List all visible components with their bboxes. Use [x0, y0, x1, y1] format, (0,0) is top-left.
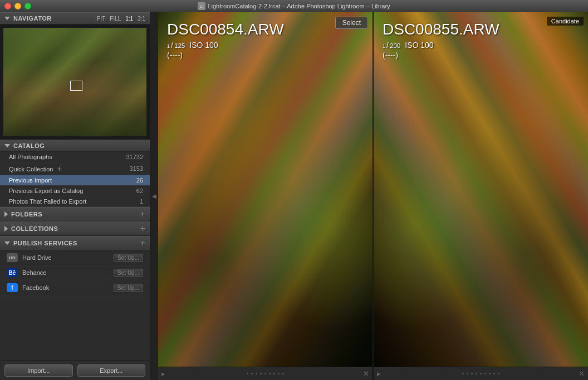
minimize-button[interactable]	[14, 3, 21, 9]
catalog-all-photographs-label: All Photographs	[9, 154, 121, 160]
right-filmstrip-dot-7	[489, 373, 491, 374]
app-icon: Lr	[198, 2, 205, 10]
candidate-label[interactable]: Candidate	[547, 17, 584, 26]
sidebar-edge-handle[interactable]: ◀	[150, 12, 158, 380]
collapse-arrow-icon: ◀	[151, 193, 158, 199]
right-filmstrip-dot-9	[498, 373, 499, 374]
filmstrip-dot-5	[264, 373, 266, 374]
sidebar: Navigator FIT FILL 1:1 3:1 Catalog	[0, 12, 150, 380]
navigator-view-controls: FIT FILL 1:1 3:1	[97, 16, 145, 22]
maximize-button[interactable]	[24, 3, 31, 9]
right-filename: DSC00855.ARW	[383, 21, 499, 38]
content-area: Select DSC00854.ARW 1 /125 ISO 100 (----…	[158, 12, 588, 380]
collections-header[interactable]: Collections +	[0, 221, 150, 236]
left-filmstrip-close-left[interactable]: ▸	[161, 369, 165, 378]
publish-services-add-button[interactable]: +	[140, 239, 145, 248]
filmstrip-dot-3	[256, 373, 257, 374]
folders-title: Folders	[11, 211, 140, 218]
left-shutter-num: 1	[167, 43, 170, 49]
publish-services-section: Publish Services + HD Hard Drive Set Up.…	[0, 236, 150, 295]
filmstrip-dot-1	[247, 373, 248, 374]
behance-icon: Bē	[7, 268, 18, 277]
navigator-collapse-icon	[4, 17, 10, 20]
compare-area: Select DSC00854.ARW 1 /125 ISO 100 (----…	[158, 12, 588, 367]
right-meta: 1 /200 ISO 100	[383, 41, 499, 50]
publish-services-title: Publish Services	[13, 240, 140, 246]
harddrive-setup-button[interactable]: Set Up...	[114, 254, 143, 262]
compare-image-right	[374, 12, 588, 367]
publish-item-harddrive[interactable]: HD Hard Drive Set Up...	[0, 250, 150, 265]
collections-section: Collections +	[0, 221, 150, 236]
folders-header[interactable]: Folders +	[0, 207, 150, 221]
compare-panel-right: Candidate DSC00855.ARW 1 /200 ISO 100 (-…	[373, 12, 588, 367]
nav-3-1-btn[interactable]: 3:1	[138, 16, 145, 22]
folders-section: Folders +	[0, 207, 150, 221]
catalog-failed-export-label: Photos That Failed to Export	[9, 198, 135, 205]
left-rating: (----)	[167, 51, 284, 60]
nav-fill-btn[interactable]: FILL	[110, 16, 121, 22]
export-button[interactable]: Export...	[77, 364, 146, 377]
publish-services-header[interactable]: Publish Services +	[0, 236, 150, 250]
right-filmstrip-dot-8	[493, 373, 495, 374]
publish-item-behance[interactable]: Bē Behance Set Up...	[0, 265, 150, 280]
navigator-header[interactable]: Navigator FIT FILL 1:1 3:1	[0, 12, 150, 24]
photo-info-right: DSC00855.ARW 1 /200 ISO 100 (----)	[383, 21, 499, 60]
publish-item-facebook[interactable]: f Facebook Set Up...	[0, 280, 150, 295]
right-filmstrip-dot-3	[471, 373, 473, 374]
right-filmstrip-dot-4	[476, 373, 477, 374]
collections-add-button[interactable]: +	[140, 224, 145, 233]
catalog-collapse-icon	[4, 144, 10, 147]
right-filmstrip-dot-6	[484, 373, 486, 374]
navigator-section: Navigator FIT FILL 1:1 3:1	[0, 12, 150, 140]
catalog-previous-import[interactable]: Previous Import 26	[0, 175, 150, 186]
catalog-previous-export-label: Previous Export as Catalog	[9, 187, 132, 194]
left-shutter-den: 125	[174, 42, 185, 49]
harddrive-icon: HD	[7, 253, 18, 262]
publish-collapse-icon	[4, 241, 10, 245]
right-panel-filmstrip: ▸ ✕	[374, 367, 588, 380]
facebook-setup-button[interactable]: Set Up...	[114, 284, 143, 292]
window-controls[interactable]	[4, 3, 31, 9]
right-shutter-den: 200	[390, 42, 400, 49]
facebook-icon: f	[7, 283, 18, 292]
compare-panel-left: Select DSC00854.ARW 1 /125 ISO 100 (----…	[158, 12, 373, 367]
filmstrip-dot-9	[282, 373, 284, 374]
nav-1-1-btn[interactable]: 1:1	[125, 16, 133, 22]
navigator-title: Navigator	[13, 15, 97, 22]
left-panel-filmstrip: ▸ ✕	[158, 367, 374, 380]
publish-facebook-label: Facebook	[22, 284, 114, 291]
catalog-previous-import-count: 26	[136, 177, 143, 184]
compare-image-left	[158, 12, 373, 367]
right-filmstrip-dots	[383, 373, 579, 374]
filmstrip-dot-8	[278, 373, 280, 374]
catalog-all-photographs[interactable]: All Photographs 31732	[0, 152, 150, 162]
left-meta: 1 /125 ISO 100	[167, 41, 284, 50]
catalog-previous-export-count: 62	[136, 187, 143, 194]
filmstrip-area: ▸ ✕ ▸	[158, 367, 588, 380]
catalog-previous-export[interactable]: Previous Export as Catalog 62	[0, 186, 150, 196]
catalog-title: Catalog	[13, 142, 145, 149]
folders-collapse-icon	[4, 211, 8, 217]
sidebar-footer: Import... Export...	[0, 361, 150, 380]
catalog-header[interactable]: Catalog	[0, 140, 150, 152]
select-label[interactable]: Select	[335, 17, 368, 29]
right-filmstrip-dot-2	[467, 373, 468, 374]
right-filmstrip-close-right[interactable]: ✕	[579, 369, 585, 378]
quick-collection-plus[interactable]: +	[57, 164, 62, 173]
right-filmstrip-dot-5	[480, 373, 482, 374]
catalog-section: Catalog All Photographs 31732 Quick Coll…	[0, 140, 150, 207]
preview-image	[3, 28, 146, 136]
left-filmstrip-close-right[interactable]: ✕	[363, 369, 369, 378]
catalog-quick-collection[interactable]: Quick Collection + 3153	[0, 162, 150, 175]
right-filmstrip-close-left[interactable]: ▸	[377, 369, 381, 378]
import-button[interactable]: Import...	[4, 364, 73, 377]
filmstrip-dot-4	[260, 373, 262, 374]
filmstrip-dot-6	[269, 373, 271, 374]
nav-fit-btn[interactable]: FIT	[97, 16, 105, 22]
behance-setup-button[interactable]: Set Up...	[114, 269, 143, 277]
folders-add-button[interactable]: +	[140, 210, 145, 219]
close-button[interactable]	[4, 3, 11, 9]
right-iso: ISO 100	[405, 41, 433, 50]
window-title: Lr LightroomCatalog-2-2.lrcat – Adobe Ph…	[198, 2, 390, 10]
catalog-failed-export[interactable]: Photos That Failed to Export 1	[0, 196, 150, 207]
